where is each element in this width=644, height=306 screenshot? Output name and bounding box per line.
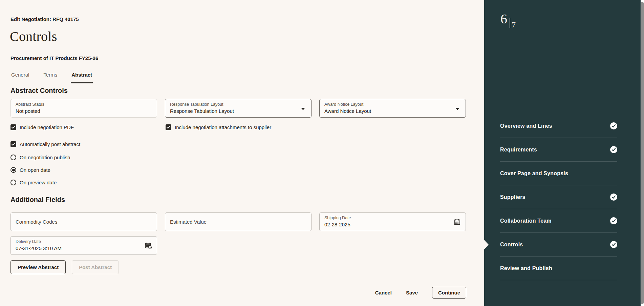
preview-abstract-button[interactable]: Preview Abstract: [10, 260, 66, 274]
active-step-arrow: [484, 240, 489, 249]
sidebar-step-item[interactable]: Collaboration Team: [500, 209, 617, 233]
step-progress-indicator: 67: [500, 12, 516, 27]
step-label: Controls: [500, 242, 523, 248]
sidebar-step-item[interactable]: Requirements: [500, 138, 617, 162]
step-label: Cover Page and Synopsis: [500, 170, 568, 177]
tab-general[interactable]: General: [10, 72, 30, 83]
checkbox-checked-icon: [10, 124, 16, 130]
tab-bar: General Terms Abstract: [10, 72, 466, 83]
additional-fields-row: Commodity Codes Estimated Value Shipping…: [10, 212, 466, 231]
checkbox-label: Include negotiation attachments to suppl…: [175, 124, 271, 130]
sidebar-step-item[interactable]: Suppliers: [500, 185, 617, 209]
sidebar-step-item[interactable]: Review and Publish: [500, 257, 617, 280]
step-completed-icon: [610, 122, 617, 129]
continue-button[interactable]: Continue: [432, 287, 466, 299]
delivery-date-label: Delivery Date: [16, 239, 152, 245]
commodity-codes-placeholder: Commodity Codes: [16, 219, 57, 225]
sidebar-step-item-active[interactable]: Controls: [500, 233, 617, 257]
abstract-status-label: Abstract Status: [16, 102, 152, 107]
tab-terms[interactable]: Terms: [43, 72, 58, 83]
progress-train-sidebar: 67 Overview and Lines Requirements Cover…: [484, 0, 644, 306]
calendar-icon[interactable]: [453, 218, 461, 226]
delivery-date-value: 07-31-2025 3:10 AM: [16, 245, 152, 252]
scrollbar-track[interactable]: [641, 0, 644, 306]
total-step-number: 7: [512, 20, 516, 29]
page-subtitle: Procurement of IT Products FY25-26: [10, 55, 98, 61]
breadcrumb: Edit Negotiation: RFQ 40175: [10, 16, 79, 22]
current-step-number: 6: [500, 11, 507, 26]
cancel-button[interactable]: Cancel: [375, 290, 392, 295]
step-completed-icon: [610, 193, 617, 201]
radio-label: On preview date: [20, 180, 57, 185]
main-content: Edit Negotiation: RFQ 40175 Controls Pro…: [0, 0, 484, 306]
checkbox-row-1: Include negotiation PDF Include negotiat…: [10, 124, 312, 130]
estimated-value-field[interactable]: Estimated Value: [165, 212, 312, 231]
progress-separator: [510, 18, 510, 28]
scrollbar-thumb[interactable]: [641, 2, 644, 304]
additional-fields-heading: Additional Fields: [10, 196, 65, 204]
step-completed-icon: [610, 217, 617, 224]
post-abstract-button[interactable]: Post Abstract: [72, 260, 119, 274]
step-completed-icon: [610, 146, 617, 153]
abstract-controls-heading: Abstract Controls: [10, 87, 68, 95]
abstract-status-field[interactable]: Abstract Status Not posted: [10, 99, 157, 118]
checkbox-checked-icon: [166, 124, 171, 130]
radio-on-open-date[interactable]: On open date: [10, 167, 50, 173]
sidebar-step-item[interactable]: Cover Page and Synopsis: [500, 162, 617, 185]
chevron-down-icon: [301, 108, 305, 110]
save-button[interactable]: Save: [406, 290, 418, 295]
radio-unselected-icon: [10, 180, 16, 185]
shipping-date-field[interactable]: Shipping Date 02-28-2025: [319, 212, 466, 231]
award-notice-layout-value: Award Notice Layout: [324, 108, 461, 115]
radio-label: On open date: [20, 167, 50, 173]
shipping-date-value: 02-28-2025: [324, 221, 461, 228]
step-label: Overview and Lines: [500, 123, 552, 129]
tab-abstract[interactable]: Abstract: [71, 72, 93, 83]
app-window: Edit Negotiation: RFQ 40175 Controls Pro…: [0, 0, 644, 306]
abstract-controls-field-row: Abstract Status Not posted Response Tabu…: [10, 99, 466, 118]
page-title: Controls: [10, 28, 57, 44]
delivery-field-row: Delivery Date 07-31-2025 3:10 AM: [10, 236, 466, 255]
radio-unselected-icon: [10, 155, 16, 160]
abstract-action-buttons: Preview Abstract Post Abstract: [10, 260, 119, 274]
sidebar-steps: Overview and Lines Requirements Cover Pa…: [500, 114, 617, 280]
delivery-date-field[interactable]: Delivery Date 07-31-2025 3:10 AM: [10, 236, 157, 255]
footer-actions: Cancel Save Continue: [375, 286, 466, 299]
automatically-post-abstract-checkbox[interactable]: Automatically post abstract: [10, 141, 157, 147]
calendar-clock-icon[interactable]: [145, 242, 152, 249]
award-notice-layout-select[interactable]: Award Notice Layout Award Notice Layout: [319, 99, 466, 118]
checkbox-row-2: Automatically post abstract: [10, 141, 312, 147]
commodity-codes-field[interactable]: Commodity Codes: [10, 212, 157, 231]
response-tabulation-layout-select[interactable]: Response Tabulation Layout Response Tabu…: [165, 99, 312, 118]
shipping-date-label: Shipping Date: [324, 216, 461, 221]
step-label: Suppliers: [500, 194, 525, 200]
radio-label: On negotiation publish: [20, 155, 70, 160]
chevron-down-icon: [455, 108, 459, 110]
award-notice-layout-label: Award Notice Layout: [324, 102, 461, 107]
step-label: Collaboration Team: [500, 218, 552, 224]
sidebar-step-item[interactable]: Overview and Lines: [500, 114, 617, 138]
step-label: Review and Publish: [500, 265, 552, 271]
step-label: Requirements: [500, 147, 537, 153]
response-tabulation-layout-value: Response Tabulation Layout: [170, 108, 306, 115]
radio-on-preview-date[interactable]: On preview date: [10, 180, 57, 185]
abstract-status-value: Not posted: [16, 108, 152, 115]
checkbox-checked-icon: [10, 141, 16, 147]
response-tabulation-layout-label: Response Tabulation Layout: [170, 102, 306, 107]
radio-on-negotiation-publish[interactable]: On negotiation publish: [10, 155, 70, 160]
include-negotiation-attachments-checkbox[interactable]: Include negotiation attachments to suppl…: [166, 124, 312, 130]
estimated-value-placeholder: Estimated Value: [170, 219, 207, 225]
checkbox-label: Include negotiation PDF: [20, 124, 74, 130]
step-completed-icon: [610, 241, 617, 248]
include-negotiation-pdf-checkbox[interactable]: Include negotiation PDF: [10, 124, 157, 130]
radio-selected-icon: [10, 167, 16, 173]
checkbox-label: Automatically post abstract: [20, 141, 80, 147]
